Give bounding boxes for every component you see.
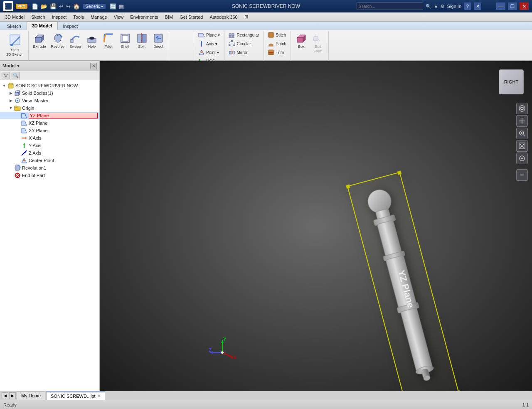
- menu-tools[interactable]: Tools: [70, 14, 87, 20]
- ribbon-group-modify-inner: [172, 31, 191, 65]
- menu-extra[interactable]: ⊞: [241, 13, 251, 20]
- btn-rectangular[interactable]: Rectangular: [227, 31, 261, 39]
- menu-inspect[interactable]: Inspect: [49, 14, 70, 20]
- tab-3dmodel[interactable]: 3D Model: [27, 22, 58, 30]
- open-btn[interactable]: 📂: [41, 3, 47, 10]
- tab-inspect[interactable]: Inspect: [58, 22, 83, 30]
- tree-item-xaxis[interactable]: ▶ X Axis: [0, 134, 99, 142]
- btn-split[interactable]: Split: [134, 31, 150, 51]
- btn-circular[interactable]: Circular: [227, 39, 261, 48]
- menu-sketch[interactable]: Sketch: [28, 14, 49, 20]
- tree-item-xyplane[interactable]: ▶ XY Plane: [0, 127, 99, 134]
- nav-zoom-btn[interactable]: [516, 128, 528, 139]
- redo-btn[interactable]: ↪: [66, 3, 71, 10]
- tree-item-solidbodies[interactable]: ▶ Solid Bodies(1): [0, 89, 99, 97]
- tab-sketch[interactable]: Sketch: [2, 22, 27, 30]
- signin-btn[interactable]: Sign In: [447, 4, 461, 9]
- panel-close-btn[interactable]: ✕: [90, 63, 97, 69]
- tab-file-close-btn[interactable]: ✕: [97, 394, 101, 398]
- btn-shell[interactable]: Shell: [117, 31, 133, 51]
- app-menu-btn[interactable]: ▦: [119, 3, 124, 10]
- menu-autodesk360[interactable]: Autodesk 360: [206, 14, 241, 20]
- search-btn[interactable]: 🔍: [12, 72, 20, 79]
- tab-scroll-right[interactable]: ▶: [9, 392, 16, 399]
- btn-stitch[interactable]: Stitch: [266, 31, 288, 39]
- tree-item-yaxis[interactable]: ▶ Y Axis: [0, 142, 99, 149]
- tab-scroll-left[interactable]: ◀: [2, 392, 8, 399]
- panel-header-right: ✕: [90, 63, 97, 69]
- menu-3dmodel[interactable]: 3D Model: [2, 14, 28, 20]
- btn-editform[interactable]: EditForm: [310, 31, 326, 55]
- nav-zoomall-btn[interactable]: [516, 140, 528, 152]
- tree-item-xzplane[interactable]: ▶ XZ Plane: [0, 119, 99, 127]
- close-btn[interactable]: ✕: [520, 2, 529, 10]
- btn-plane[interactable]: Plane ▾: [197, 31, 222, 39]
- btn-direct[interactable]: Direct: [150, 31, 166, 51]
- tree-item-solidbodies-label: Solid Bodies(1): [22, 91, 98, 96]
- generic-dropdown[interactable]: Generic ▾: [83, 4, 106, 9]
- tree-item-root[interactable]: ▼ SONIC SCREWDRIVER NOW: [0, 82, 99, 89]
- start2dsketch-icon: [7, 32, 22, 47]
- stitch-label: Stitch: [276, 33, 286, 37]
- tree-item-zaxis[interactable]: ▶ Z Axis: [0, 149, 99, 157]
- viewcube-face-right[interactable]: RIGHT: [499, 69, 524, 94]
- viewport[interactable]: RIGHT: [100, 61, 532, 391]
- menu-manage[interactable]: Manage: [87, 14, 111, 20]
- close-product-btn[interactable]: ✕: [474, 2, 481, 10]
- btn-hole[interactable]: Hole: [84, 31, 100, 51]
- bookmark-icon[interactable]: ★: [434, 4, 438, 9]
- nav-minus-btn[interactable]: [516, 169, 528, 181]
- restore-btn[interactable]: ❐: [508, 2, 517, 10]
- tree-item-revolution1[interactable]: ▶ Revolution1: [0, 164, 99, 172]
- tree-item-centerpoint[interactable]: ▶ Center Point: [0, 157, 99, 164]
- tree-item-origin[interactable]: ▼ Origin: [0, 104, 99, 112]
- settings-icon[interactable]: ⚙: [441, 4, 445, 9]
- btn-extrude[interactable]: Extrude: [31, 31, 48, 51]
- btn-sweep[interactable]: Sweep: [67, 31, 83, 51]
- update-btn[interactable]: 🔄: [110, 3, 116, 10]
- btn-revolve[interactable]: Revolve: [49, 31, 67, 51]
- svg-rect-59: [15, 106, 17, 108]
- direct-icon: [153, 32, 164, 44]
- tree-item-view[interactable]: ▶ View: Master: [0, 97, 99, 104]
- svg-rect-91: [346, 185, 350, 189]
- nav-orbit-btn[interactable]: [516, 103, 528, 114]
- help-btn[interactable]: ?: [464, 2, 471, 10]
- tab-myhome[interactable]: My Home: [17, 392, 45, 400]
- nav-lookfrom-btn[interactable]: [516, 153, 528, 164]
- expander-origin[interactable]: ▼: [7, 106, 14, 110]
- filter-btn[interactable]: ▽: [2, 72, 10, 79]
- menu-getstarted[interactable]: Get Started: [176, 14, 206, 20]
- expander-view[interactable]: ▶: [7, 99, 14, 103]
- icon-yzplane: [21, 112, 27, 119]
- expander-root[interactable]: ▼: [1, 84, 7, 88]
- btn-start2dsketch[interactable]: Start2D Sketch: [4, 31, 26, 59]
- svg-line-81: [523, 135, 525, 136]
- btn-point[interactable]: Point ▾: [197, 48, 222, 57]
- nav-pan-btn[interactable]: [516, 115, 528, 127]
- editform-label: EditForm: [313, 44, 322, 54]
- tree-item-endofpart[interactable]: ▶ End of Part: [0, 172, 99, 179]
- tree-item-endofpart-label: End of Part: [22, 173, 98, 178]
- btn-axis[interactable]: Axis ▾: [197, 39, 222, 48]
- search-icon[interactable]: 🔍: [426, 4, 431, 9]
- tab-file[interactable]: SONIC SCREWD...ipt ✕: [46, 392, 105, 400]
- btn-fillet[interactable]: Fillet: [101, 31, 116, 51]
- tree-item-yzplane[interactable]: ▶ YZ Plane: [0, 112, 99, 119]
- btn-patch[interactable]: Patch: [266, 39, 288, 48]
- menu-view[interactable]: View: [111, 14, 127, 20]
- trim-label: Trim: [276, 50, 284, 55]
- menu-environments[interactable]: Environments: [127, 14, 161, 20]
- new-btn[interactable]: 📄: [32, 3, 38, 10]
- viewcube[interactable]: RIGHT: [495, 65, 528, 99]
- btn-trim[interactable]: Trim: [266, 48, 288, 57]
- search-input[interactable]: [357, 2, 423, 10]
- menu-bim[interactable]: BIM: [162, 14, 177, 20]
- home-btn[interactable]: 🏠: [73, 3, 80, 10]
- save-btn[interactable]: 💾: [50, 3, 57, 10]
- btn-mirror[interactable]: Mirror: [227, 48, 261, 57]
- btn-box[interactable]: Box: [293, 31, 309, 51]
- undo-btn[interactable]: ↩: [59, 3, 64, 10]
- minimize-btn[interactable]: —: [496, 2, 505, 10]
- expander-solidbodies[interactable]: ▶: [7, 91, 14, 95]
